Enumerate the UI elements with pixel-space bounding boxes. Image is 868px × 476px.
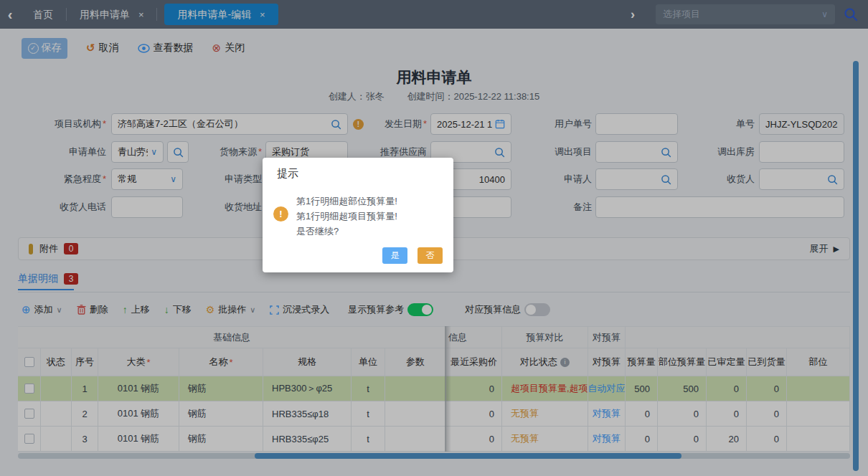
dialog-message: 第1行明细超部位预算量! 第1行明细超项目预算量! 是否继续? bbox=[296, 194, 397, 239]
dialog-line: 第1行明细超项目预算量! bbox=[296, 209, 397, 224]
dialog-line: 是否继续? bbox=[296, 224, 397, 239]
prompt-dialog: 提示 ! 第1行明细超部位预算量! 第1行明细超项目预算量! 是否继续? 是 否 bbox=[263, 158, 453, 272]
no-button[interactable]: 否 bbox=[418, 247, 443, 264]
warning-icon: ! bbox=[273, 206, 288, 222]
dialog-title: 提示 bbox=[277, 167, 298, 181]
dialog-line: 第1行明细超部位预算量! bbox=[296, 194, 397, 209]
yes-button[interactable]: 是 bbox=[382, 247, 407, 264]
